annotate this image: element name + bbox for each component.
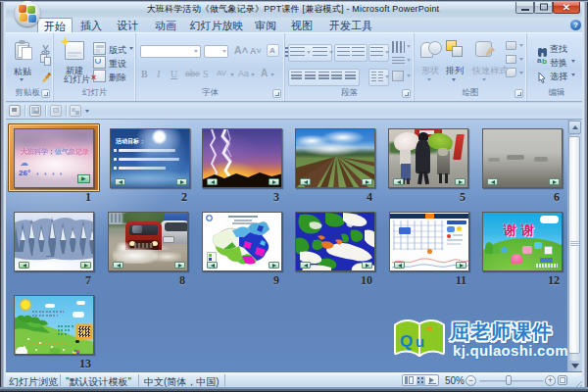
svg-text:Q: Q [400,332,413,351]
svg-text:u: u [416,333,424,350]
